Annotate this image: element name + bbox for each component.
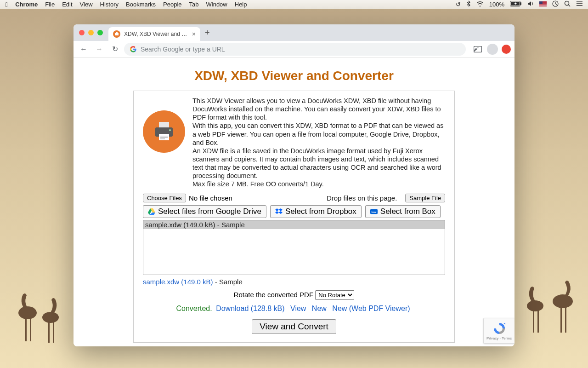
battery-percent: 100% [489, 1, 504, 8]
recaptcha-badge[interactable]: Privacy - Terms [483, 318, 514, 344]
svg-rect-1 [520, 2, 521, 5]
tab-title: XDW, XBD Viewer and Convert [124, 31, 188, 37]
gdrive-icon [148, 208, 155, 215]
new-web-pdf-link[interactable]: New (Web PDF Viewer) [332, 305, 410, 312]
description-text: This XDW Viewer allows you to view a Doc… [192, 97, 445, 188]
svg-rect-34 [160, 137, 168, 138]
svg-rect-28 [116, 32, 118, 34]
page-title: XDW, XBD Viewer and Converter [83, 69, 505, 83]
svg-text:box: box [371, 210, 377, 213]
spotlight-icon[interactable] [564, 0, 571, 8]
forward-button[interactable]: → [93, 43, 106, 56]
view-and-convert-button[interactable]: View and Convert [252, 319, 336, 334]
menu-edit[interactable]: Edit [62, 1, 72, 8]
browser-tab[interactable]: XDW, XBD Viewer and Convert × [108, 27, 200, 41]
converted-status: Converted. [176, 305, 212, 312]
new-tab-button[interactable]: + [205, 28, 210, 38]
browser-toolbar: ← → ↻ Search Google or type a URL [74, 41, 514, 58]
view-link[interactable]: View [290, 305, 306, 312]
window-controls [79, 30, 103, 35]
apple-menu-icon[interactable]:  [6, 1, 8, 8]
menu-history[interactable]: History [100, 1, 119, 8]
svg-point-11 [565, 1, 569, 6]
box-icon: box [370, 208, 378, 215]
close-window-button[interactable] [79, 30, 85, 35]
menu-people[interactable]: People [163, 1, 181, 8]
rotate-label: Rotate the converted PDF [234, 291, 313, 299]
svg-point-14 [576, 5, 577, 6]
maximize-window-button[interactable] [97, 30, 103, 35]
sample-file-link[interactable]: sample.xdw (149.0 kB) [143, 278, 213, 286]
menu-tab[interactable]: Tab [189, 1, 199, 8]
reload-button[interactable]: ↻ [108, 43, 121, 56]
choose-files-button[interactable]: Choose Files [143, 194, 186, 202]
printer-icon [143, 110, 185, 153]
menu-file[interactable]: File [45, 1, 55, 8]
cast-icon[interactable] [472, 44, 483, 55]
svg-rect-33 [160, 136, 168, 137]
svg-rect-23 [537, 310, 539, 333]
volume-icon[interactable] [527, 1, 534, 8]
tab-strip: XDW, XBD Viewer and Convert × + [74, 24, 514, 41]
download-link[interactable]: Download (128.8 kB) [216, 305, 284, 312]
svg-rect-16 [25, 318, 27, 341]
battery-icon[interactable] [510, 1, 522, 8]
svg-rect-35 [160, 138, 165, 139]
svg-rect-19 [48, 322, 50, 343]
google-drive-button[interactable]: Select files from Google Drive [143, 205, 266, 218]
box-button[interactable]: box Select from Box [365, 205, 441, 218]
svg-rect-8 [539, 6, 547, 6]
no-file-label: No file chosen [189, 194, 232, 202]
app-menu[interactable]: Chrome [15, 1, 38, 8]
dropbox-button[interactable]: Select from Dropbox [270, 205, 362, 218]
file-list[interactable]: sample.xdw (149.0 kB) - Sample [143, 220, 445, 275]
timemachine-icon[interactable]: ↺ [456, 1, 461, 8]
google-icon [130, 46, 137, 53]
drop-files-label: Drop files on this page. [327, 194, 397, 202]
flag-icon[interactable] [539, 1, 547, 8]
svg-rect-7 [539, 5, 547, 5]
minimize-window-button[interactable] [88, 30, 94, 35]
dropbox-icon [275, 208, 283, 215]
menu-help[interactable]: Help [235, 1, 247, 8]
svg-rect-26 [565, 307, 566, 333]
address-bar[interactable]: Search Google or type a URL [124, 43, 466, 56]
sample-file-button[interactable]: Sample File [405, 194, 445, 202]
rotate-select[interactable]: No Rotate [315, 290, 354, 300]
menu-window[interactable]: Window [206, 1, 227, 8]
back-button[interactable]: ← [77, 43, 90, 56]
address-bar-placeholder: Search Google or type a URL [141, 46, 225, 53]
menu-bookmarks[interactable]: Bookmarks [126, 1, 156, 8]
main-panel: This XDW Viewer allows you to view a Doc… [133, 91, 455, 343]
svg-rect-30 [159, 122, 169, 127]
svg-rect-9 [539, 1, 543, 4]
bluetooth-icon[interactable] [466, 0, 471, 8]
recaptcha-icon [492, 322, 506, 335]
svg-point-13 [576, 3, 577, 4]
svg-point-36 [169, 129, 171, 131]
svg-marker-39 [503, 323, 505, 325]
extension-badge[interactable] [502, 45, 511, 54]
svg-rect-20 [53, 322, 54, 343]
svg-rect-17 [30, 318, 31, 341]
new-link[interactable]: New [312, 305, 327, 312]
clock-analog-icon[interactable] [552, 0, 559, 8]
close-tab-icon[interactable]: × [192, 30, 196, 38]
browser-window: XDW, XBD Viewer and Convert × + ← → ↻ Se… [74, 24, 514, 346]
svg-rect-25 [560, 307, 562, 333]
list-item[interactable]: sample.xdw (149.0 kB) - Sample [143, 220, 445, 229]
svg-point-12 [576, 1, 577, 2]
macos-menubar:  Chrome File Edit View History Bookmark… [0, 0, 588, 9]
sample-link-row: sample.xdw (149.0 kB) - Sample [143, 278, 445, 286]
tab-favicon [113, 30, 120, 38]
profile-avatar[interactable] [487, 44, 498, 55]
wifi-icon[interactable] [476, 1, 484, 8]
page-content: XDW, XBD Viewer and Converter [74, 58, 514, 346]
svg-rect-22 [533, 310, 534, 333]
menu-view[interactable]: View [80, 1, 93, 8]
menu-list-icon[interactable] [576, 1, 582, 8]
